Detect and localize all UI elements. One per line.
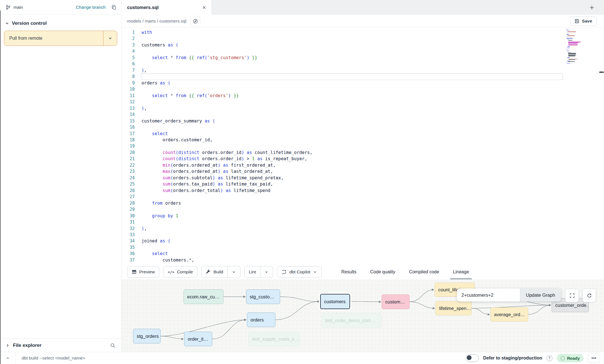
help-icon[interactable]: ? [547,355,552,361]
new-tab-button[interactable] [588,3,596,12]
lineage-node-order_it[interactable]: order_it… [184,332,212,346]
lineage-node-average[interactable]: average_ord… [490,307,528,321]
code-line: 34joined as ( [121,238,604,244]
tab-results[interactable]: Results [341,265,356,279]
code-editor[interactable]: 1with23customers as (45 select * from {{… [121,28,604,265]
code-line: 7), [121,67,604,73]
code-text: orders as ( [141,80,604,86]
code-icon: </> [168,270,174,274]
lineage-search-input[interactable] [457,289,520,302]
build-split-button: Build [201,266,240,278]
pull-from-remote-caret[interactable] [103,31,117,46]
minimap-line [567,57,570,58]
line-number: 29 [121,206,141,213]
command-hint[interactable]: dbt build --select <model_name> [22,356,85,361]
compile-button[interactable]: </> Compile [163,266,197,278]
minimap-line [567,29,567,30]
copy-icon[interactable] [111,5,117,10]
lineage-node-test_supply[interactable]: test_supply_costs_s… [249,332,299,346]
line-number: 17 [121,131,141,137]
line-number: 28 [121,200,141,206]
code-line: 27 [121,194,604,200]
dbt-copilot-button[interactable]: dbt Copilot [277,266,322,278]
status-badge: Ready [557,354,584,362]
code-line: 8 [121,73,604,80]
change-branch-link[interactable]: Change branch [76,5,106,10]
tab-compiled-code[interactable]: Compiled code [409,265,439,279]
code-line: 15customer_orders_summary as ( [121,118,604,124]
file-explorer-title: File explorer [13,343,107,348]
code-text: select * from {{ ref('stg_customers') }} [141,55,604,61]
code-lines: 1with23customers as (45 select * from {{… [121,29,604,263]
refresh-button[interactable] [582,289,596,302]
version-control-header[interactable]: Version control [0,15,121,30]
code-text [141,99,604,105]
more-options-button[interactable]: ••• [588,353,600,363]
lineage-node-ecom[interactable]: ecom.raw_cu… [183,289,224,304]
line-number: 8 [121,73,141,80]
branch-name: main [14,5,23,10]
code-text: select * from {{ ref('orders') }} [141,93,604,99]
line-number: 24 [121,175,141,181]
editor-tabstrip: customers.sql [121,0,604,15]
lineage-edge-lifetime-average [472,308,490,314]
compass-icon[interactable] [190,16,200,26]
code-text [141,35,604,42]
code-text [141,206,604,213]
code-line: 20 count(distinct orders.order_id) as co… [121,149,604,156]
build-button[interactable]: Build [202,266,227,278]
lint-label: Lint [249,269,256,274]
lint-button[interactable]: Lint [245,266,260,278]
lint-caret[interactable] [260,266,273,278]
build-caret[interactable] [227,266,240,278]
code-line: 16 [121,124,604,130]
line-number: 25 [121,181,141,187]
preview-button[interactable]: Preview [127,266,159,278]
code-line: 14 [121,111,604,118]
close-icon[interactable] [202,5,206,10]
tab-code-quality[interactable]: Code quality [370,265,395,279]
code-text [141,194,604,200]
code-line: 32), [121,225,604,232]
line-number: 4 [121,48,141,54]
minimap-line [568,55,575,56]
lineage-node-test_order[interactable]: test_order_items_com… [321,313,382,328]
lineage-node-lifetime[interactable]: lifetime_spen… [435,301,472,315]
save-button[interactable]: Save [570,16,597,26]
editor-scrollbar[interactable] [599,72,604,73]
code-line: 23 max(orders.ordered_at) as last_ordere… [121,168,604,175]
lineage-node-stg_custo[interactable]: stg_custo… [246,289,280,304]
git-branch-icon [6,5,11,10]
lineage-panel[interactable]: ecom.raw_cu…stg_custo…customerscustom…co… [121,279,604,352]
line-number: 11 [121,93,141,99]
lineage-node-stg_orders[interactable]: stg_orders [133,329,161,343]
update-graph-button[interactable]: Update Graph [520,289,561,302]
minimap-line [567,61,570,61]
command-bar-expand-button[interactable] [0,352,16,364]
lineage-edge-stg_orders-order_it [161,336,183,339]
code-line: 26 sum(orders.order_total) as lifetime_s… [121,187,604,194]
minimap-line [567,63,570,64]
code-text: customer_orders_summary as ( [141,118,604,124]
breadcrumb: models / marts / customers.sql [127,19,186,24]
line-number: 32 [121,225,141,232]
lineage-node-customers[interactable]: customers [320,294,350,309]
tab-lineage[interactable]: Lineage [453,265,469,279]
save-icon [574,19,579,24]
lineage-node-custom[interactable]: custom… [382,294,410,309]
pull-from-remote-main[interactable]: Pull from remote [4,31,103,46]
code-line: 35 [121,244,604,251]
code-line: 24 sum(orders.subtotal) as lifetime_spen… [121,175,604,181]
defer-toggle[interactable] [466,354,479,362]
code-line: 29 [121,206,604,213]
file-explorer-header[interactable]: File explorer [0,338,121,352]
lineage-edge-orders-customers [275,302,320,320]
editor-minimap[interactable] [566,28,590,65]
lineage-node-orders[interactable]: orders [247,312,275,327]
minimap-line [568,44,578,44]
fullscreen-button[interactable] [565,289,579,302]
search-icon[interactable] [110,343,116,348]
minimap-line [567,52,569,52]
minimap-line [569,59,575,60]
tab-customers-sql[interactable]: customers.sql [121,0,212,15]
